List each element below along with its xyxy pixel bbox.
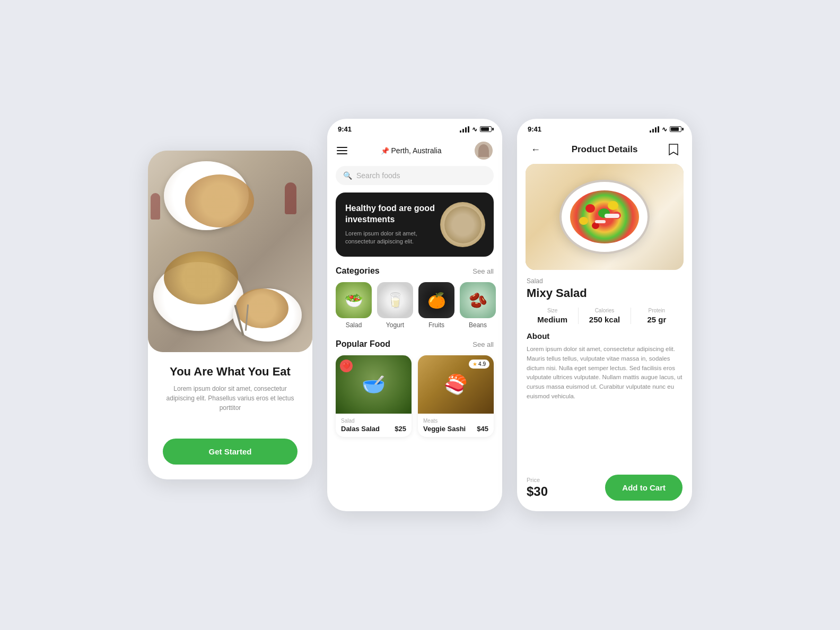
wine-glass-1 — [285, 182, 296, 214]
categories-title: Categories — [336, 266, 380, 276]
category-fruits[interactable]: 🍊 Fruits — [418, 282, 454, 329]
stat-size: Size Medium — [527, 308, 579, 324]
screens-container: You Are What You Eat Lorem ipsum dolor s… — [148, 119, 692, 511]
search-placeholder: Search foods — [356, 171, 400, 180]
popular-header: Popular Food See all — [327, 339, 502, 349]
rating-badge: ★ 4.9 — [469, 360, 489, 369]
user-avatar[interactable] — [475, 142, 493, 160]
cheese-1 — [605, 214, 619, 218]
category-fruits-label: Fruits — [428, 321, 444, 329]
back-button[interactable]: ← — [527, 141, 545, 159]
food-card-dalas-salad[interactable]: ❤️ 🥣 Salad Dalas Salad $25 — [336, 355, 412, 437]
categories-header: Categories See all — [327, 266, 502, 276]
veggie-sashi-price: $45 — [477, 425, 488, 433]
product-image — [526, 164, 684, 270]
veggie-sashi-info: Meats Veggie Sashi $45 — [418, 414, 494, 437]
bookmark-icon — [669, 144, 678, 155]
yellow-tomato-1 — [608, 201, 618, 210]
popular-food-grid: ❤️ 🥣 Salad Dalas Salad $25 ★ 4.9 — [327, 355, 502, 437]
rating-value: 4.9 — [478, 361, 486, 367]
dalas-salad-price: $25 — [395, 425, 406, 433]
stat-calories: Calories 250 kcal — [579, 308, 631, 324]
product-footer: Price $30 Add to Cart — [517, 466, 692, 511]
category-beans[interactable]: 🫘 Beans — [460, 282, 496, 329]
categories-list: 🥗 Salad 🥛 Yogurt 🍊 Fruits — [327, 282, 502, 329]
onboarding-bottom: You Are What You Eat Lorem ipsum dolor s… — [148, 352, 312, 479]
status-bar-2: 9:41 ∿ — [327, 119, 502, 137]
cheese-2 — [595, 220, 606, 223]
product-details-screen: 9:41 ∿ ← Product Details — [517, 119, 692, 511]
veggie-sashi-bottom: Veggie Sashi $45 — [423, 425, 488, 433]
price-section: Price $30 — [527, 477, 548, 499]
salad-emoji: 🥗 — [336, 282, 372, 318]
dalas-salad-category: Salad — [341, 418, 406, 424]
sushi-icon: 🍣 — [444, 373, 468, 396]
dalas-salad-info: Salad Dalas Salad $25 — [336, 414, 412, 437]
product-body: Salad Mixy Salad Size Medium Calories 25… — [517, 277, 692, 466]
categories-see-all[interactable]: See all — [472, 267, 494, 275]
status-bar-3: 9:41 ∿ — [517, 119, 692, 137]
status-icons: ∿ — [460, 126, 492, 133]
time-display-3: 9:41 — [528, 125, 541, 133]
about-title: About — [527, 331, 682, 340]
salad-bowl-icon: 🥣 — [362, 373, 386, 396]
like-button-salad[interactable]: ❤️ — [340, 360, 353, 372]
banner-title: Healthy food are good investments — [345, 203, 440, 225]
promo-banner: Healthy food are good investments Lorem … — [336, 192, 494, 257]
veggie-sashi-image: ★ 4.9 🍣 — [418, 355, 494, 414]
wifi-icon: ∿ — [472, 126, 477, 133]
banner-description: Lorem ipsum dolor sit amet, consectetur … — [345, 230, 440, 246]
location-pin-icon: 📌 — [381, 147, 389, 155]
price-label: Price — [527, 477, 548, 483]
product-header: ← Product Details — [517, 137, 692, 164]
product-details-title: Product Details — [572, 144, 638, 155]
popular-title: Popular Food — [336, 339, 390, 349]
stat-calories-value: 250 kcal — [579, 315, 630, 324]
home-screen: 9:41 ∿ 📌 Perth, Australi — [327, 119, 502, 511]
onboarding-title: You Are What You Eat — [163, 365, 298, 379]
popular-see-all[interactable]: See all — [472, 340, 494, 348]
status-icons-3: ∿ — [650, 126, 681, 133]
star-icon: ★ — [472, 361, 477, 367]
get-started-button[interactable]: Get Started — [163, 439, 298, 465]
search-icon: 🔍 — [343, 171, 352, 180]
product-category: Salad — [527, 277, 682, 285]
signal-icon — [460, 126, 469, 133]
battery-icon — [480, 126, 492, 132]
category-yogurt[interactable]: 🥛 Yogurt — [377, 282, 413, 329]
menu-button[interactable] — [337, 147, 347, 154]
beans-emoji: 🫘 — [460, 282, 496, 318]
category-salad[interactable]: 🥗 Salad — [336, 282, 372, 329]
category-yogurt-image: 🥛 — [377, 282, 413, 318]
stat-protein-label: Protein — [631, 308, 682, 313]
product-stats: Size Medium Calories 250 kcal Protein 25… — [527, 308, 682, 324]
stat-calories-label: Calories — [579, 308, 630, 313]
category-salad-label: Salad — [346, 321, 362, 329]
banner-text: Healthy food are good investments Lorem … — [345, 203, 440, 246]
nav-bar: 📌 Perth, Australia — [327, 137, 502, 166]
wifi-icon-3: ∿ — [662, 126, 667, 133]
category-fruits-image: 🍊 — [418, 282, 454, 318]
search-bar[interactable]: 🔍 Search foods — [336, 166, 494, 185]
category-salad-image: 🥗 — [336, 282, 372, 318]
food-card-veggie-sashi[interactable]: ★ 4.9 🍣 Meats Veggie Sashi $45 — [418, 355, 494, 437]
onboarding-subtitle: Lorem ipsum dolor sit amet, consectetur … — [163, 384, 298, 413]
dalas-salad-image: ❤️ 🥣 — [336, 355, 412, 414]
plate-2 — [153, 262, 243, 331]
banner-food-image — [440, 202, 485, 247]
bookmark-button[interactable] — [664, 141, 682, 159]
stat-protein-value: 25 gr — [631, 315, 682, 324]
wine-glass-2 — [151, 193, 160, 220]
plate-1 — [164, 161, 249, 230]
fruits-emoji: 🍊 — [418, 282, 454, 318]
dalas-salad-name: Dalas Salad — [341, 425, 380, 433]
onboarding-screen: You Are What You Eat Lorem ipsum dolor s… — [148, 151, 312, 479]
stat-size-label: Size — [527, 308, 578, 313]
add-to-cart-button[interactable]: Add to Cart — [605, 475, 682, 501]
category-yogurt-label: Yogurt — [386, 321, 404, 329]
veggie-sashi-name: Veggie Sashi — [423, 425, 466, 433]
category-beans-label: Beans — [469, 321, 487, 329]
veggie-sashi-category: Meats — [423, 418, 488, 424]
category-beans-image: 🫘 — [460, 282, 496, 318]
price-value: $30 — [527, 484, 548, 499]
